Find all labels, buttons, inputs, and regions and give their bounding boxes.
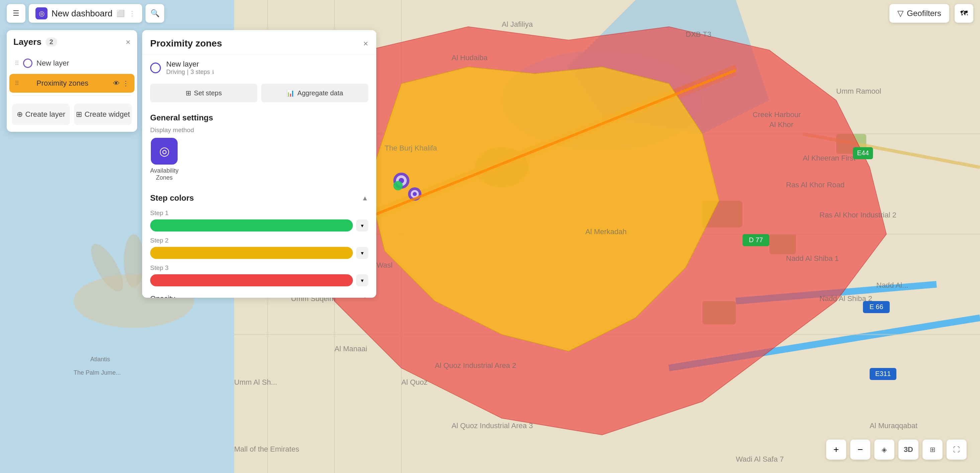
step-colors-header: Step colors ▲ <box>142 188 376 207</box>
step-colors-collapse-button[interactable]: ▲ <box>361 194 368 202</box>
compass-button[interactable]: ◈ <box>874 440 894 460</box>
set-steps-button[interactable]: ⊞ Set steps <box>150 84 257 102</box>
prox-layer-steps: 3 steps <box>191 68 210 76</box>
layers-icon: ◎ <box>39 10 45 18</box>
svg-text:D 77: D 77 <box>749 236 763 244</box>
proximity-title: Proximity zones <box>150 38 222 49</box>
three-d-label: 3D <box>904 445 913 454</box>
layers-footer: ⊕ Create layer ⊞ Create widget <box>7 98 137 125</box>
topbar: ☰ ◎ New dashboard ⬜ ⋮ 🔍 ▽ Geofilters 🗺 <box>0 0 980 27</box>
step-2-dropdown[interactable]: ▾ <box>356 247 368 259</box>
create-layer-button[interactable]: ⊕ Create layer <box>12 104 70 125</box>
filter-icon: ▽ <box>897 9 904 18</box>
step-colors-section: Step colors ▲ Step 1 ▾ Step 2 ▾ Step 3 ▾ <box>142 188 376 289</box>
svg-point-71 <box>393 181 403 190</box>
grid-icon: ⊞ <box>930 446 935 454</box>
svg-text:Umm Ramool: Umm Ramool <box>836 87 881 96</box>
prox-layer-driving: Driving <box>166 68 185 76</box>
map-view-button[interactable]: 🗺 <box>955 4 973 23</box>
layers-header: Layers 2 × <box>7 30 137 53</box>
svg-text:E44: E44 <box>857 149 869 156</box>
step-3-color-bar <box>150 274 353 286</box>
menu-icon: ☰ <box>13 9 19 18</box>
geofilters-label: Geofilters <box>907 9 941 18</box>
layer-item-new[interactable]: ⠿ New layer <box>10 54 134 73</box>
drag-handle-icon: ⠿ <box>15 59 19 67</box>
search-button[interactable]: 🔍 <box>145 4 164 23</box>
step-2-row: Step 2 ▾ <box>142 234 376 261</box>
step-3-color-row: ▾ <box>150 274 368 286</box>
topbar-right: ▽ Geofilters 🗺 <box>889 4 973 23</box>
edit-icon: ⬜ <box>116 10 125 18</box>
create-widget-icon: ⊞ <box>76 110 82 119</box>
step-3-dropdown[interactable]: ▾ <box>356 274 368 286</box>
availability-zones-option[interactable]: ◎ AvailabilityZones <box>150 138 178 181</box>
geofilters-button[interactable]: ▽ Geofilters <box>889 4 949 23</box>
opacity-label: Opacity <box>150 295 175 298</box>
layer-name-proximity: Proximity zones <box>37 79 109 88</box>
step-colors-title: Step colors <box>150 193 194 203</box>
three-d-button[interactable]: 3D <box>898 440 918 460</box>
grid-view-button[interactable]: ⊞ <box>923 440 943 460</box>
svg-text:Al Manaai: Al Manaai <box>334 344 367 353</box>
layers-title-group: Layers 2 <box>13 37 57 47</box>
svg-text:Nadd Al Shiba 1: Nadd Al Shiba 1 <box>786 254 839 263</box>
availability-zones-label: AvailabilityZones <box>150 167 178 181</box>
dashboard-title-bar: ◎ New dashboard ⬜ ⋮ <box>29 4 142 23</box>
general-settings-section: General settings Display method ◎ Availa… <box>142 108 376 188</box>
layers-close-button[interactable]: × <box>126 37 130 47</box>
proximity-close-button[interactable]: × <box>363 38 368 49</box>
zoom-in-button[interactable]: + <box>826 440 846 460</box>
proximity-header: Proximity zones × <box>142 30 376 54</box>
step-1-dropdown[interactable]: ▾ <box>356 220 368 231</box>
menu-button[interactable]: ☰ <box>7 4 25 23</box>
layer-circle-new <box>23 59 32 68</box>
prox-layer-info: New layer Driving | 3 steps ℹ <box>166 60 214 76</box>
zoom-out-button[interactable]: − <box>850 440 870 460</box>
step-2-color-bar <box>150 247 353 259</box>
availability-zones-icon[interactable]: ◎ <box>151 138 178 165</box>
display-method-grid: ◎ AvailabilityZones <box>142 138 376 188</box>
proximity-panel: Proximity zones × New layer Driving | 3 … <box>142 30 376 298</box>
zoom-in-icon: + <box>834 444 839 455</box>
fullscreen-button[interactable]: ⛶ <box>947 440 967 460</box>
layer-circle-proximity <box>23 79 32 88</box>
fullscreen-icon: ⛶ <box>953 446 960 454</box>
dashboard-icon: ◎ <box>35 7 48 19</box>
more-icon: ⋮ <box>129 10 135 18</box>
layers-panel: Layers 2 × ⠿ New layer ⠿ Proximity zones… <box>7 30 137 132</box>
general-settings-title: General settings <box>142 108 376 126</box>
svg-text:Umm Al Sh...: Umm Al Sh... <box>234 378 277 386</box>
layer-item-proximity[interactable]: ⠿ Proximity zones 👁 ⋮ <box>10 74 134 93</box>
aggregate-data-button[interactable]: 📊 Aggregate data <box>261 84 368 102</box>
visibility-icon[interactable]: 👁 <box>113 80 120 87</box>
layer-actions: 👁 ⋮ <box>113 79 129 87</box>
svg-text:Al Muraqqabat: Al Muraqqabat <box>870 422 918 430</box>
svg-text:Al Hudaiba: Al Hudaiba <box>452 54 488 62</box>
svg-text:Al Quoz Industrial Area 3: Al Quoz Industrial Area 3 <box>452 422 533 430</box>
prox-layer-sub: Driving | 3 steps ℹ <box>166 68 214 76</box>
svg-point-70 <box>413 192 417 196</box>
svg-text:Wadi Al Safa 7: Wadi Al Safa 7 <box>736 455 784 463</box>
svg-text:The Palm Jume...: The Palm Jume... <box>73 369 121 376</box>
step-1-label: Step 1 <box>150 209 368 217</box>
svg-text:Al Merkadah: Al Merkadah <box>585 228 627 236</box>
svg-point-23 <box>124 234 144 288</box>
proximity-layer-row: New layer Driving | 3 steps ℹ <box>142 54 376 81</box>
create-widget-button[interactable]: ⊞ Create widget <box>74 104 132 125</box>
step-3-label: Step 3 <box>150 264 368 272</box>
drag-handle-icon-2: ⠿ <box>15 80 19 87</box>
layer-more-icon[interactable]: ⋮ <box>123 79 129 87</box>
svg-text:Al Quoz: Al Quoz <box>401 378 428 386</box>
step-2-color-row: ▾ <box>150 247 368 259</box>
opacity-collapse-button[interactable]: ▲ <box>361 295 368 298</box>
map-icon: 🗺 <box>960 9 967 18</box>
svg-text:The Burj Khalifa: The Burj Khalifa <box>385 144 437 152</box>
step-1-color-row: ▾ <box>150 220 368 231</box>
svg-text:Al Khor: Al Khor <box>769 120 793 129</box>
svg-text:Nadd Al...: Nadd Al... <box>876 281 908 289</box>
svg-text:Mall of the Emirates: Mall of the Emirates <box>234 445 299 453</box>
svg-text:Ras Al Khor Road: Ras Al Khor Road <box>786 181 845 189</box>
separator: | <box>187 68 189 76</box>
opacity-section: Opacity ▲ <box>142 289 376 298</box>
